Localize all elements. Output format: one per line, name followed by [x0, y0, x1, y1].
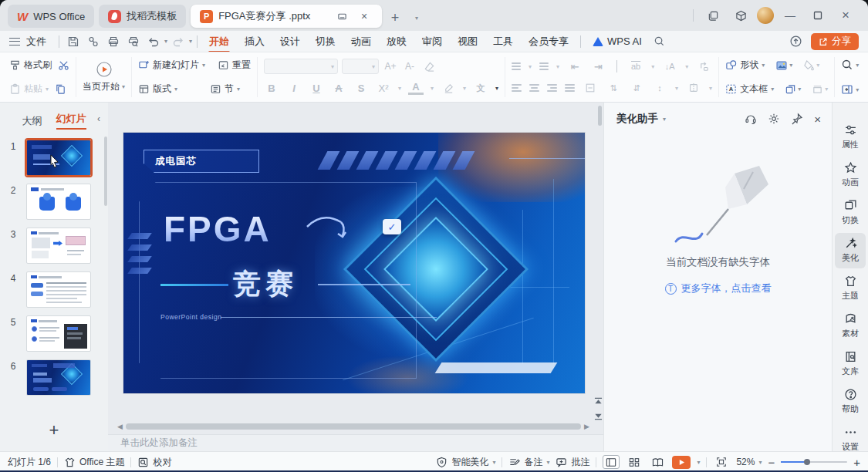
close-panel-icon[interactable]: × [814, 113, 821, 126]
spacing-options-icon[interactable]: ↕ [652, 80, 667, 96]
underline-button[interactable]: U [309, 80, 324, 96]
notes-button[interactable]: 备注▾ [508, 456, 549, 469]
smart-beautify-button[interactable]: 智能美化▾ [436, 456, 495, 469]
bullet-list-icon[interactable] [512, 62, 521, 69]
char-border-button[interactable]: A [331, 80, 346, 96]
vertical-scroll-thumb[interactable] [598, 106, 602, 126]
clear-format-icon[interactable] [421, 59, 437, 74]
slide-thumbnail-3[interactable] [26, 228, 91, 264]
distribute-text-icon[interactable] [583, 80, 598, 96]
more-fonts-link[interactable]: T 更多字体，点击查看 [604, 282, 832, 295]
menu-insert[interactable]: 插入 [238, 32, 272, 51]
find-replace-button[interactable]: ▾ [841, 59, 859, 71]
notes-bar[interactable]: 单击此处添加备注 [108, 434, 603, 451]
menu-slideshow[interactable]: 放映 [380, 32, 414, 51]
zoom-level[interactable]: 52%▾ [736, 457, 762, 467]
undo-chevron-icon[interactable]: ▾ [164, 38, 167, 45]
increase-indent-icon[interactable]: ⇥ [590, 59, 606, 74]
justify-icon[interactable] [565, 84, 575, 91]
export-icon[interactable] [84, 33, 103, 49]
fill-color-button[interactable]: ▾ [803, 59, 819, 71]
font-color-button[interactable]: A [408, 82, 424, 95]
next-slide-button[interactable] [594, 412, 603, 420]
slide-canvas[interactable]: 成电国芯 FPGA ✓ 竞赛 PowerPoint design [123, 133, 585, 393]
play-from-page-icon[interactable] [96, 61, 113, 78]
save-icon[interactable] [64, 33, 83, 49]
slide-thumbnail-4[interactable] [26, 271, 91, 308]
tab-slides[interactable]: 幻灯片 [56, 112, 86, 130]
slideshow-play-button[interactable] [672, 456, 691, 469]
tab-current-document[interactable]: P FPGA竞赛分享 .pptx × [191, 5, 382, 28]
hamburger-menu-icon[interactable] [9, 38, 20, 46]
collapse-panel-icon[interactable]: ‹ [97, 113, 100, 124]
quickbar-chevron-icon[interactable]: ▾ [189, 38, 192, 45]
align-right-icon[interactable] [547, 84, 557, 91]
horizontal-scrollbar[interactable]: ◀ ▶ [117, 422, 589, 431]
play-options-chevron-icon[interactable]: ▾ [697, 459, 700, 466]
theme-button[interactable]: Office 主题 [64, 456, 124, 469]
rail-beautify[interactable]: 美化 [835, 233, 866, 268]
format-painter-button[interactable]: 格式刷 [9, 59, 52, 72]
phonetic-guide-button[interactable]: 文 [473, 80, 488, 96]
tab-close-icon[interactable]: × [356, 8, 373, 25]
text-sort-icon[interactable]: ↓A [662, 59, 677, 74]
task-pane-button[interactable]: ▾ [841, 83, 859, 96]
undo-icon[interactable] [144, 33, 163, 49]
tab-outline[interactable]: 大纲 [22, 114, 42, 128]
comments-button[interactable]: 批注 [556, 456, 589, 469]
zoom-slider-knob[interactable] [804, 459, 810, 465]
decrease-font-icon[interactable]: A- [402, 59, 417, 74]
rail-properties[interactable]: 属性 [835, 120, 866, 155]
menu-view[interactable]: 视图 [451, 32, 485, 51]
superscript-button[interactable]: X² [376, 80, 391, 96]
font-family-select[interactable]: ▾ [264, 59, 338, 74]
text-direction-icon[interactable]: ab [628, 59, 643, 74]
tab-pin-icon[interactable] [333, 8, 350, 25]
redo-icon[interactable] [169, 33, 187, 49]
menu-review[interactable]: 审阅 [415, 32, 449, 51]
zoom-in-button[interactable]: + [853, 456, 860, 469]
horizontal-scroll-thumb[interactable] [126, 423, 581, 430]
font-size-select[interactable]: ▾ [342, 59, 379, 74]
fit-slide-button[interactable] [713, 455, 730, 469]
cut-icon[interactable] [58, 59, 69, 71]
scroll-right-icon[interactable]: ▶ [584, 423, 589, 430]
rail-theme[interactable]: 主题 [835, 271, 866, 306]
menu-home[interactable]: 开始 [202, 32, 236, 51]
menu-animation[interactable]: 动画 [344, 32, 378, 51]
shapes-button[interactable]: 形状▾ [725, 59, 765, 72]
section-button[interactable]: 节▾ [210, 83, 240, 96]
rail-material[interactable]: 素材 [835, 308, 866, 344]
bold-button[interactable]: B [264, 80, 279, 96]
menu-tools[interactable]: 工具 [486, 32, 520, 51]
slide-thumbnail-5[interactable] [26, 315, 91, 352]
scroll-left-icon[interactable]: ◀ [117, 423, 123, 430]
layout-button[interactable]: 版式▾ [138, 83, 177, 96]
tab-overview-icon[interactable] [701, 4, 724, 27]
user-avatar[interactable] [757, 7, 774, 24]
add-slide-button[interactable]: + [0, 420, 108, 440]
convert-smartart-icon[interactable] [696, 59, 711, 74]
gear-icon[interactable] [768, 113, 780, 125]
slide-thumbnail-2[interactable] [26, 184, 91, 220]
new-tab-button[interactable]: + [387, 9, 404, 26]
slide-sorter-button[interactable] [626, 455, 643, 469]
zoom-slider[interactable] [781, 461, 847, 463]
increase-font-icon[interactable]: A+ [383, 59, 398, 74]
arrange-button[interactable]: ▾ [785, 83, 801, 95]
minimize-button[interactable]: — [778, 4, 802, 27]
rail-help[interactable]: 帮助 [835, 384, 866, 420]
align-objects-icon[interactable] [686, 80, 701, 96]
textbox-button[interactable]: A 文本框▾ [725, 83, 774, 96]
slide-thumbnail-6[interactable] [26, 359, 91, 396]
zoom-out-button[interactable]: − [768, 456, 775, 469]
tab-list-chevron-icon[interactable]: ▾ [408, 9, 425, 26]
decrease-indent-icon[interactable]: ⇤ [567, 59, 583, 74]
merge-shapes-button[interactable]: ▾ [812, 83, 828, 95]
print-icon[interactable] [104, 33, 123, 49]
start-from-page-button[interactable]: 当页开始▾ [83, 80, 125, 93]
numbered-list-icon[interactable] [539, 62, 549, 69]
new-slide-button[interactable]: 新建幻灯片▾ [138, 59, 205, 72]
rail-animation[interactable]: 动画 [835, 157, 866, 193]
italic-button[interactable]: I [286, 80, 302, 96]
